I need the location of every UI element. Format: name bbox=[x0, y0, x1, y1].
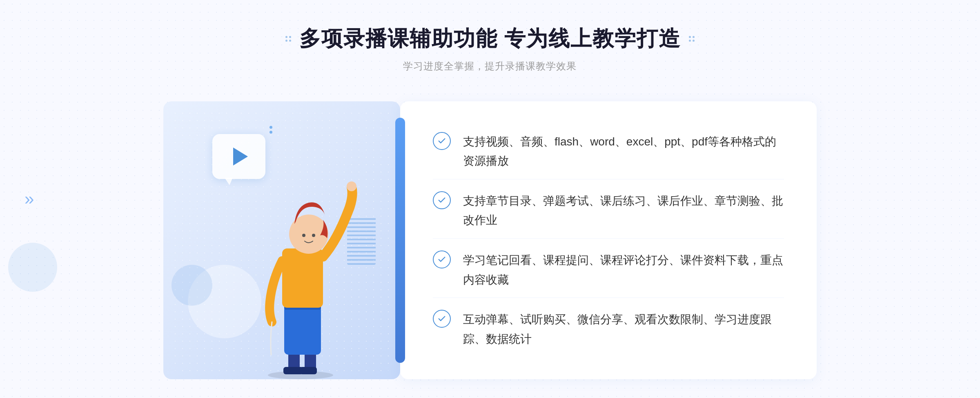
feature-text-4: 互动弹幕、试听购买、微信分享、观看次数限制、学习进度跟踪、数据统计 bbox=[463, 310, 784, 349]
illustration-area bbox=[163, 101, 400, 379]
features-area: 支持视频、音频、flash、word、excel、ppt、pdf等各种格式的资源… bbox=[400, 101, 817, 379]
title-dots-right bbox=[689, 36, 695, 42]
header-section: 多项录播课辅助功能 专为线上教学打造 学习进度全掌握，提升录播课教学效果 bbox=[285, 25, 695, 73]
page-subtitle: 学习进度全掌握，提升录播课教学效果 bbox=[285, 60, 695, 73]
svg-rect-5 bbox=[284, 306, 321, 355]
sparkle-decoration bbox=[270, 126, 272, 134]
svg-point-9 bbox=[302, 234, 305, 237]
accent-bar bbox=[395, 118, 405, 363]
check-circle-4 bbox=[433, 310, 451, 328]
feature-item: 支持视频、音频、flash、word、excel、ppt、pdf等各种格式的资源… bbox=[433, 124, 784, 179]
title-dots-left bbox=[285, 36, 291, 42]
title-wrapper: 多项录播课辅助功能 专为线上教学打造 bbox=[285, 25, 695, 53]
page-title: 多项录播课辅助功能 专为线上教学打造 bbox=[299, 25, 681, 53]
feature-item: 学习笔记回看、课程提问、课程评论打分、课件资料下载，重点内容收藏 bbox=[433, 242, 784, 298]
main-content: 支持视频、音频、flash、word、excel、ppt、pdf等各种格式的资源… bbox=[163, 93, 817, 379]
check-circle-3 bbox=[433, 250, 451, 268]
chevron-icon: » bbox=[24, 190, 34, 208]
left-deco-circle bbox=[8, 243, 57, 292]
play-icon bbox=[233, 148, 248, 165]
check-circle-1 bbox=[433, 132, 451, 150]
deco-circle-small bbox=[172, 265, 212, 306]
check-circle-2 bbox=[433, 191, 451, 209]
sparkle-dot bbox=[270, 131, 272, 134]
feature-item: 支持章节目录、弹题考试、课后练习、课后作业、章节测验、批改作业 bbox=[433, 183, 784, 239]
person-figure bbox=[247, 167, 362, 379]
svg-rect-4 bbox=[300, 367, 317, 374]
page-wrapper: » 多项录播课辅助功能 专为线上教学打造 学习进度全掌握，提升录播课教学效果 bbox=[0, 0, 980, 398]
feature-text-3: 学习笔记回看、课程提问、课程评论打分、课件资料下载，重点内容收藏 bbox=[463, 250, 784, 289]
feature-item: 互动弹幕、试听购买、微信分享、观看次数限制、学习进度跟踪、数据统计 bbox=[433, 302, 784, 357]
feature-text-1: 支持视频、音频、flash、word、excel、ppt、pdf等各种格式的资源… bbox=[463, 132, 784, 171]
sparkle-dot bbox=[270, 126, 272, 129]
svg-point-11 bbox=[347, 181, 356, 191]
feature-text-2: 支持章节目录、弹题考试、课后练习、课后作业、章节测验、批改作业 bbox=[463, 191, 784, 230]
svg-point-10 bbox=[312, 234, 315, 237]
svg-rect-7 bbox=[282, 248, 323, 308]
left-chevrons: » bbox=[24, 190, 34, 208]
